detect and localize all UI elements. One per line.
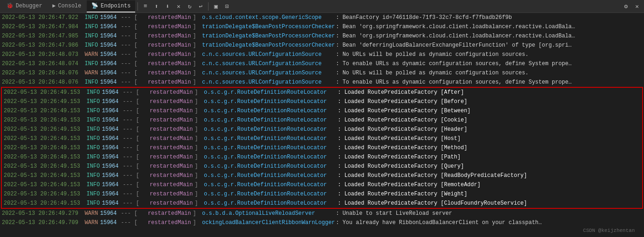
log-pid: 15964 [100, 13, 121, 22]
table-row: 2022-05-13 20:26:47.984INFO15964 --- [re… [0, 22, 644, 31]
log-logger: o.s.c.g.r.RouteDefinitionRouteLocator [204, 152, 338, 162]
log-logger: o.s.c.g.r.RouteDefinitionRouteLocator [204, 97, 338, 106]
rerun-button[interactable]: ↩ [196, 1, 206, 12]
tab-console-label: Console [58, 3, 81, 9]
log-logger: o.s.cloud.context.scope.GenericScope [202, 13, 336, 22]
close-icon[interactable]: ✕ [632, 1, 642, 12]
log-pid: 15964 [102, 106, 123, 115]
log-level: INFO [83, 31, 100, 41]
tab-endpoints[interactable]: 📡 Endpoints [87, 0, 135, 12]
log-timestamp: 2022-05-13 20:26:47.922 [2, 13, 83, 22]
log-separator2: ] [193, 41, 202, 50]
log-separator: --- [ [123, 134, 139, 143]
log-pid: 15964 [100, 78, 121, 87]
log-thread: restartedMain [137, 22, 193, 31]
log-timestamp: 2022-05-13 20:26:49.279 [2, 209, 83, 218]
log-timestamp: 2022-05-13 20:26:48.076 [2, 68, 83, 78]
log-level: WARN [83, 209, 100, 218]
log-separator: --- [ [121, 209, 137, 218]
table-row: 2022-05-13 20:26:49.153INFO15964 --- [re… [2, 97, 642, 106]
log-pid: 15964 [102, 115, 123, 125]
table-row: 2022-05-13 20:26:49.153INFO15964 --- [re… [2, 162, 642, 171]
log-thread: restartedMain [137, 50, 193, 59]
refresh-button[interactable]: ↻ [185, 1, 195, 12]
log-pid: 15964 [102, 171, 123, 180]
log-pid: 15964 [102, 88, 123, 97]
tab-debugger-label: Debugger [16, 3, 42, 9]
table-row: 2022-05-13 20:26:49.153INFO15964 --- [re… [2, 152, 642, 162]
log-separator2: ] [195, 125, 204, 134]
log-pid: 15964 [100, 68, 121, 78]
scroll-down-button[interactable]: ⬇ [162, 1, 173, 12]
log-timestamp: 2022-05-13 20:26:49.153 [4, 134, 84, 143]
log-message: : Loaded RoutePredicateFactory [Host] [338, 134, 640, 143]
log-level: INFO [84, 106, 102, 115]
log-separator: --- [ [123, 97, 139, 106]
log-separator2: ] [193, 59, 202, 68]
log-separator2: ] [195, 199, 204, 208]
table-row: 2022-05-13 20:26:49.153INFO15964 --- [re… [2, 134, 642, 143]
log-timestamp: 2022-05-13 20:26:49.153 [4, 143, 84, 152]
table-row: 2022-05-13 20:26:47.986INFO15964 --- [re… [0, 41, 644, 50]
log-pid: 15964 [100, 31, 121, 41]
log-message: : Loaded RoutePredicateFactory [Before] [338, 97, 640, 106]
log-thread: restartedMain [139, 125, 195, 134]
log-separator2: ] [195, 106, 204, 115]
log-level: INFO [84, 171, 102, 180]
log-timestamp: 2022-05-13 20:26:49.153 [4, 97, 84, 106]
log-pid: 15964 [102, 143, 123, 152]
log-separator: --- [ [123, 106, 139, 115]
menu-button[interactable]: ≡ [140, 1, 150, 12]
log-logger: o.s.c.g.r.RouteDefinitionRouteLocator [204, 162, 338, 171]
log-message: : Loaded RoutePredicateFactory [Query] [338, 162, 640, 171]
log-thread: restartedMain [139, 162, 195, 171]
clear-button[interactable]: ✕ [173, 1, 184, 12]
table-row: 2022-05-13 20:26:49.153INFO15964 --- [re… [2, 88, 642, 97]
settings-button[interactable]: ⊡ [222, 1, 232, 12]
log-separator2: ] [195, 88, 204, 97]
log-thread: restartedMain [137, 31, 193, 41]
log-level: WARN [83, 68, 100, 78]
log-separator2: ] [193, 22, 202, 31]
log-separator2: ] [193, 31, 202, 41]
log-logger: c.n.c.sources.URLConfigurationSource [202, 68, 336, 78]
log-separator: --- [ [121, 41, 137, 50]
table-row: 2022-05-13 20:26:49.153INFO15964 --- [re… [2, 189, 642, 199]
log-timestamp: 2022-05-13 20:26:49.153 [4, 180, 84, 189]
log-message: : Loaded RoutePredicateFactory [ReadBody… [338, 171, 640, 180]
log-thread: restartedMain [137, 78, 193, 87]
log-thread: restartedMain [139, 171, 195, 180]
table-row: 2022-05-13 20:26:49.709WARN15964 --- [re… [0, 218, 644, 227]
table-row: 2022-05-13 20:26:49.153INFO15964 --- [re… [2, 125, 642, 134]
log-level: INFO [83, 78, 100, 87]
gear-icon[interactable]: ⚙ [621, 1, 631, 12]
log-pid: 15964 [100, 50, 121, 59]
log-separator: --- [ [123, 88, 139, 97]
log-timestamp: 2022-05-13 20:26:49.153 [4, 115, 84, 125]
log-pid: 15964 [102, 97, 123, 106]
log-separator: --- [ [123, 180, 139, 189]
log-level: INFO [83, 59, 100, 68]
log-separator2: ] [193, 13, 202, 22]
watermark: CSDN @keijzhentan [583, 228, 635, 233]
log-thread: restartedMain [137, 59, 193, 68]
log-logger: o.s.c.g.r.RouteDefinitionRouteLocator [204, 88, 338, 97]
log-container[interactable]: 2022-05-13 20:26:47.922INFO15964 --- [re… [0, 13, 644, 237]
log-separator: --- [ [121, 78, 137, 87]
highlight-section: 2022-05-13 20:26:49.153INFO15964 --- [re… [1, 87, 643, 209]
filter-button[interactable]: ▣ [211, 1, 221, 12]
log-level: WARN [83, 50, 100, 59]
scroll-up-button[interactable]: ⬆ [151, 1, 161, 12]
endpoints-icon: 📡 [91, 2, 98, 9]
log-timestamp: 2022-05-13 20:26:49.153 [4, 125, 84, 134]
table-row: 2022-05-13 20:26:49.153INFO15964 --- [re… [2, 199, 642, 208]
log-pid: 15964 [102, 134, 123, 143]
log-message: : Loaded RoutePredicateFactory [Cookie] [338, 115, 640, 125]
tab-debugger[interactable]: 🐞 Debugger [2, 0, 47, 12]
log-separator: --- [ [123, 115, 139, 125]
log-thread: restartedMain [137, 41, 193, 50]
log-level: INFO [84, 125, 102, 134]
tab-console[interactable]: ▶ Console [48, 0, 86, 12]
log-separator: --- [ [123, 171, 139, 180]
log-message: : BeanFactory id=746118de-71f3-32c7-8cfd… [336, 13, 642, 22]
